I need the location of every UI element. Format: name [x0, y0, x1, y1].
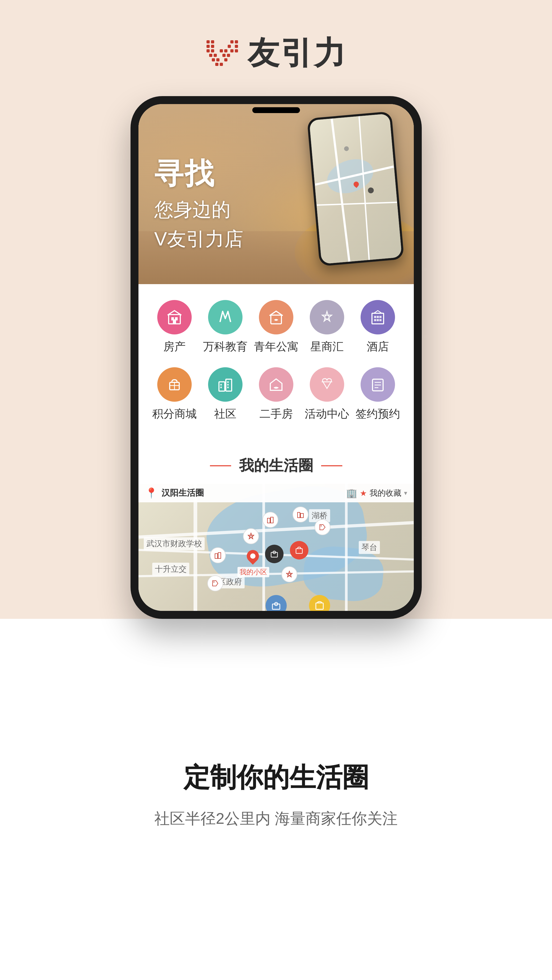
- svg-rect-34: [377, 319, 379, 321]
- section-title-mylifecircle: 我的生活圈: [138, 445, 414, 484]
- menu-item-fangchan[interactable]: 房产: [153, 300, 196, 354]
- menu-label-qingnian: 青年公寓: [254, 339, 298, 354]
- map-location-pin-icon: 📍: [145, 487, 157, 499]
- svg-rect-14: [209, 54, 212, 57]
- hero-text: 寻找 您身边的 V友引力店: [154, 154, 243, 252]
- svg-point-62: [213, 581, 215, 582]
- map-road-6: [345, 484, 348, 611]
- menu-icon-qianyue: [361, 367, 395, 402]
- svg-rect-22: [220, 63, 223, 66]
- logo-container: 友引力: [205, 32, 347, 75]
- hero-subtitle-line2: V友引力店: [154, 226, 243, 252]
- menu-icon-wanke: [208, 300, 242, 334]
- menu-item-wanke[interactable]: 万科教育: [204, 300, 247, 354]
- map-marker-red-bag: [290, 541, 309, 560]
- menu-label-jifen: 积分商城: [152, 406, 197, 421]
- menu-item-jiudian[interactable]: 酒店: [356, 300, 399, 354]
- svg-rect-6: [227, 45, 231, 48]
- svg-rect-10: [220, 49, 223, 52]
- svg-rect-54: [218, 553, 221, 558]
- svg-rect-41: [220, 384, 222, 385]
- section-dash-left: [210, 465, 231, 466]
- svg-rect-21: [215, 63, 218, 66]
- svg-rect-29: [372, 313, 383, 324]
- map-marker-star-2: [282, 566, 297, 582]
- menu-item-jifen[interactable]: 积分商城: [153, 367, 196, 421]
- logo-icon: [205, 39, 242, 68]
- section-title-text: 我的生活圈: [239, 456, 313, 476]
- svg-rect-20: [224, 58, 227, 61]
- svg-rect-7: [235, 45, 238, 48]
- svg-rect-56: [301, 514, 304, 518]
- menu-icon-shequ: [208, 367, 242, 402]
- svg-rect-35: [379, 319, 382, 321]
- map-main-pin: 我的小区: [237, 550, 269, 577]
- menu-item-shequ[interactable]: 社区: [204, 367, 247, 421]
- menu-item-xinghui[interactable]: 星商汇: [306, 300, 348, 354]
- menu-icon-xinghui: [310, 300, 344, 334]
- menu-icon-fangchan: [157, 300, 192, 334]
- menu-row-2: 积分商城: [149, 367, 403, 421]
- phone-wrapper: 寻找 您身边的 V友引力店: [91, 96, 461, 619]
- menu-icon-jiudian: [361, 300, 395, 334]
- map-section[interactable]: 📍 汉阳生活圈 🏢 ★ 我的收藏 ▾ 武汉市财政学校 十升立交 区政府 琴台 湖…: [138, 484, 414, 611]
- svg-rect-43: [227, 381, 229, 383]
- menu-item-qianyue[interactable]: 签约预约: [356, 367, 399, 421]
- map-marker-building-3: [293, 507, 309, 522]
- menu-label-fangchan: 房产: [163, 339, 186, 354]
- mini-road-h2: [317, 202, 397, 206]
- map-collection-area[interactable]: 🏢 ★ 我的收藏 ▾: [346, 488, 407, 499]
- menu-item-qingnian[interactable]: 青年公寓: [255, 300, 297, 354]
- svg-rect-9: [211, 49, 214, 52]
- star-icon: ★: [360, 488, 367, 498]
- map-marker-building-1: [262, 512, 278, 528]
- menu-label-ershoufang: 二手房: [259, 406, 293, 421]
- menu-item-huodong[interactable]: 活动中心: [306, 367, 348, 421]
- svg-rect-55: [297, 512, 300, 518]
- bottom-section: 定制你的生活圈 社区半径2公里内 海量商家任你关注: [0, 619, 552, 980]
- svg-rect-0: [207, 40, 210, 43]
- menu-icon-ershoufang: [259, 367, 293, 402]
- mini-phone: [307, 111, 404, 266]
- hero-subtitle-line1: 您身边的: [154, 196, 243, 223]
- phone-screen: 寻找 您身边的 V友引力店: [138, 104, 414, 611]
- mini-map: [309, 114, 402, 264]
- menu-label-huodong: 活动中心: [305, 406, 349, 421]
- svg-rect-12: [230, 49, 234, 52]
- map-label-caizhe: 武汉市财政学校: [144, 537, 205, 550]
- logo-text: 友引力: [248, 32, 347, 75]
- svg-rect-1: [211, 40, 214, 43]
- mini-phone-screen: [309, 114, 402, 264]
- svg-rect-5: [211, 45, 214, 48]
- svg-rect-33: [374, 319, 376, 321]
- phone-mockup: 寻找 您身边的 V友引力店: [130, 96, 422, 619]
- svg-rect-17: [227, 54, 230, 57]
- svg-rect-60: [296, 549, 302, 554]
- map-location-text: 汉阳生活圈: [162, 487, 204, 499]
- svg-rect-45: [227, 387, 229, 388]
- header: 友引力: [0, 0, 552, 96]
- svg-rect-51: [270, 517, 273, 523]
- menu-item-ershoufang[interactable]: 二手房: [255, 367, 297, 421]
- svg-point-61: [288, 573, 290, 575]
- svg-rect-31: [377, 316, 379, 318]
- svg-rect-42: [220, 387, 222, 388]
- menu-icon-jifen: [157, 367, 192, 402]
- svg-rect-3: [235, 40, 238, 43]
- svg-rect-58: [271, 552, 277, 557]
- map-marker-building-2: [210, 547, 226, 563]
- svg-rect-16: [223, 54, 226, 57]
- menu-label-qianyue: 签约预约: [356, 406, 400, 421]
- chevron-down-icon: ▾: [404, 489, 407, 497]
- svg-rect-63: [272, 604, 280, 609]
- bottom-subtitle: 社区半径2公里内 海量商家任你关注: [154, 806, 398, 831]
- svg-rect-44: [227, 384, 229, 385]
- svg-rect-65: [316, 603, 323, 609]
- hero-banner: 寻找 您身边的 V友引力店: [138, 104, 414, 284]
- menu-icon-huodong: [310, 367, 344, 402]
- map-collection-label: 我的收藏: [370, 488, 401, 499]
- svg-rect-30: [374, 316, 376, 318]
- menu-icon-qingnian: [259, 300, 293, 334]
- map-marker-blue: [266, 595, 287, 611]
- svg-rect-50: [267, 518, 270, 523]
